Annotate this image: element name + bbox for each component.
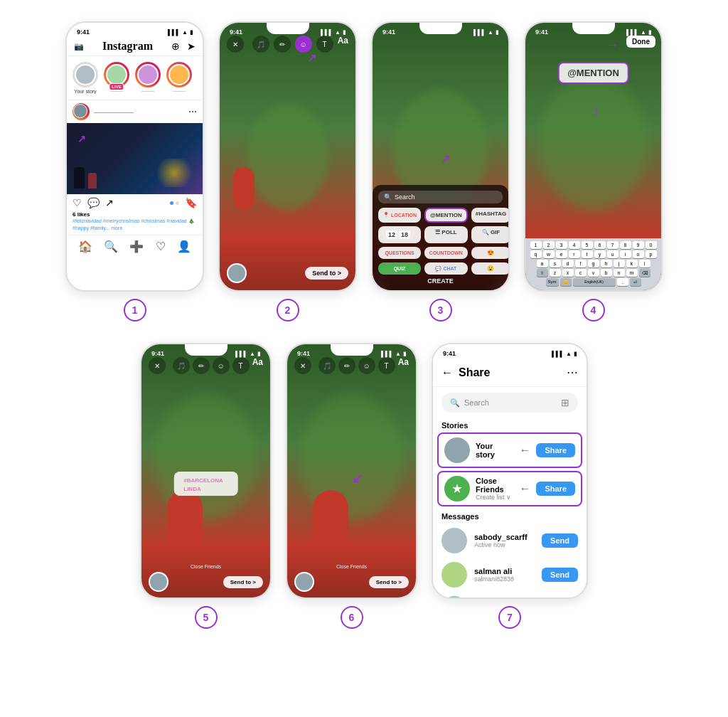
key-dot[interactable]: . (617, 278, 628, 286)
mouth-sticker[interactable]: 😮 (471, 262, 508, 275)
key-8[interactable]: 8 (620, 241, 631, 249)
key-7[interactable]: 7 (607, 241, 619, 249)
home-nav-icon[interactable]: 🏠 (78, 240, 92, 253)
key-g[interactable]: g (588, 260, 599, 267)
edit-6[interactable]: ✏ (338, 357, 355, 374)
key-v[interactable]: v (588, 269, 599, 277)
key-5[interactable]: 5 (582, 241, 593, 249)
your-story-share-btn[interactable]: Share (536, 443, 575, 457)
key-9[interactable]: 9 (633, 241, 644, 249)
close-6[interactable]: ✕ (294, 357, 311, 374)
your-story-share-item[interactable]: Your story ← Share (437, 432, 582, 468)
sticker-6[interactable]: ☺ (358, 357, 375, 374)
sticker-5[interactable]: ☺ (213, 357, 230, 374)
poll-sticker[interactable]: ☰ POLL (424, 226, 468, 243)
key-e[interactable]: e (556, 250, 567, 258)
quiz-sticker[interactable]: QUIZ (378, 262, 421, 275)
done-button[interactable]: Done (626, 36, 655, 48)
key-3[interactable]: 3 (556, 241, 567, 249)
key-1[interactable]: 1 (530, 241, 542, 249)
key-z[interactable]: z (550, 269, 561, 277)
story-item-3[interactable]: ——— (135, 62, 161, 94)
send-to-5[interactable]: Send to > (223, 576, 263, 588)
emoji-sticker[interactable]: 😍 (471, 247, 508, 259)
key-6[interactable]: 6 (594, 241, 606, 249)
key-q[interactable]: q (530, 250, 542, 258)
key-shift[interactable]: ⇧ (537, 269, 548, 277)
text-5[interactable]: T (232, 357, 250, 374)
key-h[interactable]: h (601, 260, 612, 267)
filter-icon[interactable]: ⊞ (561, 397, 569, 408)
story-item-4[interactable]: ——— (166, 62, 192, 94)
share-search[interactable]: 🔍 Search ⊞ (441, 393, 578, 413)
key-4[interactable]: 4 (569, 241, 580, 249)
contact-1-send-btn[interactable]: Send (542, 533, 578, 548)
edit-5[interactable]: ✏ (193, 357, 210, 374)
close-friends-share-btn[interactable]: Share (536, 482, 575, 496)
key-f[interactable]: f (575, 260, 587, 267)
contact-2-send-btn[interactable]: Send (542, 568, 578, 582)
key-w[interactable]: w (543, 250, 555, 258)
key-c[interactable]: c (575, 269, 587, 277)
close-5[interactable]: ✕ (149, 357, 166, 374)
share-icon[interactable]: ↗ (105, 197, 114, 208)
sticker-search[interactable]: 🔍 Search (378, 191, 503, 203)
key-sym[interactable]: Sym (546, 278, 559, 286)
key-x[interactable]: x (562, 269, 574, 277)
aa-label[interactable]: Aa (338, 36, 348, 53)
key-s[interactable]: s (550, 260, 561, 267)
add-icon[interactable]: ⊕ (171, 41, 180, 52)
mention-sticker-4[interactable]: @MENTION (557, 62, 629, 84)
key-i[interactable]: i (620, 250, 631, 258)
back-btn[interactable]: ← (441, 366, 453, 379)
close-btn-2[interactable]: ✕ (227, 36, 244, 53)
questions-sticker[interactable]: QUESTIONS (378, 247, 421, 259)
send-to-6[interactable]: Send to > (369, 576, 409, 588)
heart-nav-icon[interactable]: ♡ (156, 240, 166, 253)
key-d[interactable]: d (562, 260, 574, 267)
send-to-btn-2[interactable]: Send to > (305, 267, 348, 280)
send-icon[interactable]: ➤ (187, 41, 196, 52)
sticker-icon-2[interactable]: ☺ (295, 36, 312, 53)
save-icon[interactable]: 🔖 (185, 197, 197, 208)
key-p[interactable]: p (646, 250, 657, 258)
comment-icon[interactable]: 💬 (87, 197, 100, 208)
key-0[interactable]: 0 (646, 241, 657, 249)
post-more-icon[interactable]: ⋯ (188, 107, 197, 117)
countdown2-sticker[interactable]: COUNTDOWN (424, 247, 468, 259)
key-k[interactable]: k (626, 260, 638, 267)
story-item-2[interactable]: LIVE ——— (104, 62, 129, 94)
mention-sticker-cam-5[interactable]: #BARCELONA LINDA (173, 472, 238, 496)
key-t[interactable]: t (582, 250, 593, 258)
search-nav-icon[interactable]: 🔍 (104, 240, 118, 253)
add-nav-icon[interactable]: ➕ (129, 240, 144, 253)
key-u[interactable]: u (607, 250, 619, 258)
key-l[interactable]: l (639, 260, 651, 267)
key-lang[interactable]: English(UK) (573, 278, 616, 286)
key-a[interactable]: a (537, 260, 548, 267)
key-delete[interactable]: ⌫ (639, 269, 651, 277)
text-icon[interactable]: T (316, 36, 333, 53)
key-m[interactable]: m (626, 269, 638, 277)
key-y[interactable]: y (594, 250, 606, 258)
key-o[interactable]: o (633, 250, 644, 258)
edit-icon[interactable]: ✏ (274, 36, 291, 53)
text-6[interactable]: T (378, 357, 395, 374)
your-story-item[interactable]: Your story (73, 62, 98, 94)
mention-sticker[interactable]: @MENTION (424, 208, 468, 223)
gif-sticker[interactable]: 🔍 GIF (471, 226, 508, 243)
like-icon[interactable]: ♡ (73, 197, 82, 208)
location-sticker[interactable]: 📍 LOCATION (378, 208, 421, 223)
key-b[interactable]: b (601, 269, 612, 277)
key-2[interactable]: 2 (543, 241, 555, 249)
key-enter[interactable]: ⏎ (630, 278, 641, 286)
music-6[interactable]: 🎵 (318, 357, 336, 374)
music-icon[interactable]: 🎵 (252, 36, 269, 53)
close-friends-share-item[interactable]: ★ Close Friends Create list ∨ ← Share (437, 471, 582, 506)
music-5[interactable]: 🎵 (173, 357, 190, 374)
key-emoji[interactable]: 😊 (560, 278, 572, 286)
profile-nav-icon[interactable]: 👤 (177, 240, 191, 253)
chat-sticker[interactable]: 💬 CHAT (424, 262, 468, 275)
hashtag-sticker[interactable]: #HASHTAG (471, 208, 508, 223)
key-n[interactable]: n (614, 269, 625, 277)
